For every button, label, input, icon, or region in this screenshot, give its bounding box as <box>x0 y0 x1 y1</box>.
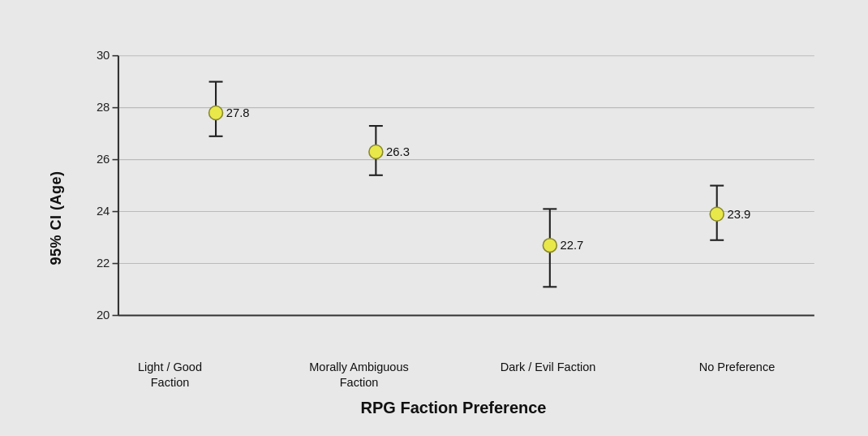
x-label: Dark / Evil Faction <box>453 360 642 391</box>
svg-point-28 <box>369 145 383 158</box>
svg-text:26: 26 <box>97 152 110 165</box>
x-label: Morally AmbiguousFaction <box>264 360 453 391</box>
svg-text:26.3: 26.3 <box>386 145 410 158</box>
y-axis-label-container: 95% CI (Age) <box>37 19 75 417</box>
chart-container: 95% CI (Age) 20222426283027.826.322.723.… <box>0 0 868 436</box>
x-labels: Light / GoodFactionMorally AmbiguousFact… <box>75 360 831 391</box>
svg-text:22.7: 22.7 <box>561 239 584 252</box>
svg-text:23.9: 23.9 <box>727 208 750 221</box>
y-axis-label: 95% CI (Age) <box>48 171 65 265</box>
svg-text:24: 24 <box>97 204 110 217</box>
chart-wrap: 95% CI (Age) 20222426283027.826.322.723.… <box>37 19 831 417</box>
svg-text:27.8: 27.8 <box>226 106 250 119</box>
x-axis-area: Light / GoodFactionMorally AmbiguousFact… <box>75 353 831 417</box>
svg-point-33 <box>543 238 556 252</box>
x-label: No Preference <box>642 360 831 391</box>
x-label: Light / GoodFaction <box>75 360 264 391</box>
x-axis-title: RPG Faction Preference <box>361 399 547 417</box>
chart-inner: 20222426283027.826.322.723.9 Light / Goo… <box>75 19 831 417</box>
plot-svg: 20222426283027.826.322.723.9 <box>75 19 831 353</box>
plot-area: 20222426283027.826.322.723.9 <box>75 19 831 353</box>
svg-text:28: 28 <box>97 100 110 113</box>
svg-point-23 <box>209 106 223 119</box>
svg-text:20: 20 <box>97 308 110 321</box>
svg-text:22: 22 <box>97 256 110 269</box>
svg-point-38 <box>710 207 724 221</box>
svg-text:30: 30 <box>97 48 110 61</box>
